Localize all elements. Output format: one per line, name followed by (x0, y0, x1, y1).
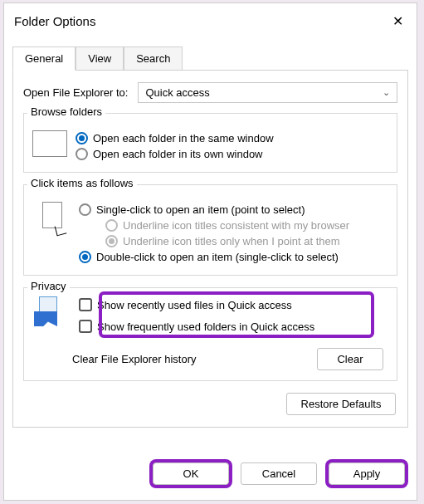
radio-single-click[interactable]: Single-click to open an item (point to s… (79, 203, 349, 216)
radio-underline-browser-label: Underline icon titles consistent with my… (123, 219, 349, 232)
cancel-button[interactable]: Cancel (241, 462, 317, 485)
click-items-group: Click items as follows Single-click to o… (23, 184, 397, 276)
dialog-footer: OK Cancel Apply (4, 454, 417, 493)
open-explorer-label: Open File Explorer to: (23, 86, 128, 99)
open-explorer-dropdown[interactable]: Quick access ⌄ (138, 82, 397, 103)
open-explorer-row: Open File Explorer to: Quick access ⌄ (23, 82, 397, 103)
window-title: Folder Options (14, 14, 389, 28)
browse-folders-group: Browse folders Open each folder in the s… (23, 113, 397, 173)
ok-button[interactable]: OK (153, 462, 229, 485)
folder-window-icon (32, 130, 67, 157)
tab-view[interactable]: View (76, 46, 124, 71)
restore-defaults-button[interactable]: Restore Defaults (286, 393, 396, 415)
document-click-icon (37, 202, 66, 235)
click-legend: Click items as follows (27, 177, 137, 189)
checkbox-frequent-folders-label: Show frequently used folders in Quick ac… (97, 321, 314, 333)
radio-underline-point: Underline icon titles only when I point … (105, 235, 349, 247)
checkbox-recent-files[interactable]: Show recently used files in Quick access (79, 298, 314, 311)
tab-search[interactable]: Search (124, 46, 183, 71)
privacy-legend: Privacy (27, 280, 70, 292)
radio-double-click-label: Double-click to open an item (single-cli… (96, 251, 339, 263)
checkbox-icon (79, 298, 92, 311)
clear-button[interactable]: Clear (317, 348, 383, 370)
tab-panel: Open File Explorer to: Quick access ⌄ Br… (12, 70, 408, 428)
checkbox-recent-files-label: Show recently used files in Quick access (97, 299, 292, 311)
radio-underline-browser: Underline icon titles consistent with my… (105, 219, 349, 232)
radio-icon (76, 132, 88, 144)
close-icon[interactable]: ✕ (389, 10, 407, 32)
folder-options-dialog: Folder Options ✕ General View Search Ope… (3, 2, 417, 501)
apply-button[interactable]: Apply (329, 462, 405, 485)
radio-icon (79, 203, 91, 216)
radio-icon (105, 235, 118, 247)
radio-icon (105, 219, 118, 232)
checkbox-frequent-folders[interactable]: Show frequently used folders in Quick ac… (79, 320, 314, 333)
radio-underline-point-label: Underline icon titles only when I point … (123, 235, 340, 247)
privacy-icon (34, 296, 64, 326)
tabbar: General View Search (4, 46, 417, 70)
radio-icon (76, 148, 88, 160)
clear-history-label: Clear File Explorer history (72, 353, 197, 365)
radio-icon (79, 251, 91, 263)
radio-single-click-label: Single-click to open an item (point to s… (96, 203, 305, 216)
radio-own-window-label: Open each folder in its own window (93, 148, 263, 160)
open-explorer-value: Quick access (145, 86, 209, 99)
checkbox-icon (79, 320, 92, 333)
browse-legend: Browse folders (27, 105, 105, 118)
chevron-down-icon: ⌄ (383, 87, 390, 98)
privacy-group: Privacy Show recently used files in Quic… (23, 287, 397, 381)
titlebar: Folder Options ✕ (4, 3, 417, 39)
radio-same-window-label: Open each folder in the same window (93, 132, 274, 144)
radio-own-window[interactable]: Open each folder in its own window (76, 148, 274, 160)
tab-general[interactable]: General (12, 46, 76, 71)
radio-double-click[interactable]: Double-click to open an item (single-cli… (79, 251, 349, 263)
radio-same-window[interactable]: Open each folder in the same window (76, 132, 274, 144)
